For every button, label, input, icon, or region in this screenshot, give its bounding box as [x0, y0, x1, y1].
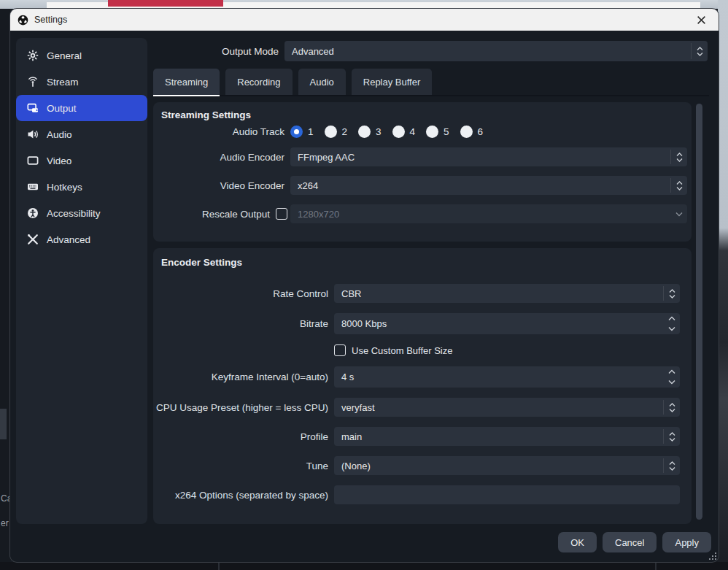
output-mode-label: Output Mode	[153, 46, 279, 57]
rate-control-label: Rate Control	[153, 288, 328, 299]
custom-buffer-checkbox[interactable]	[334, 344, 346, 356]
keyframe-interval-value: 4 s	[341, 371, 354, 382]
chevron-updown-icon	[663, 400, 680, 415]
tab-audio[interactable]: Audio	[298, 69, 346, 95]
profile-select[interactable]: main	[334, 427, 680, 446]
sidebar-item-label: Advanced	[47, 234, 90, 245]
ok-button[interactable]: OK	[558, 532, 597, 552]
keyframe-interval-spinbox[interactable]: 4 s	[334, 366, 680, 388]
footer-buttons: OK Cancel Apply	[558, 532, 711, 552]
tune-value: (None)	[341, 461, 371, 471]
output-mode-row: Output Mode Advanced	[153, 41, 708, 61]
sidebar-item-advanced[interactable]: Advanced	[16, 226, 147, 253]
cpu-preset-label: CPU Usage Preset (higher = less CPU)	[153, 402, 328, 413]
radio-icon	[325, 126, 337, 138]
radio-label: 6	[478, 126, 484, 137]
radio-icon	[426, 126, 438, 138]
sidebar-item-hotkeys[interactable]: Hotkeys	[16, 174, 147, 200]
rescale-output-select: 1280x720	[290, 204, 687, 223]
audio-track-5-radio[interactable]: 5	[426, 126, 449, 138]
radio-label: 5	[444, 126, 449, 137]
x264-options-input[interactable]	[334, 485, 680, 504]
accessibility-icon	[27, 207, 39, 219]
cpu-preset-value: veryfast	[341, 402, 375, 413]
sidebar-item-label: Video	[47, 155, 71, 166]
tools-icon	[27, 234, 39, 245]
audio-track-2-radio[interactable]: 2	[325, 126, 348, 138]
sidebar-item-label: Accessibility	[47, 208, 101, 219]
rescale-output-value: 1280x720	[298, 209, 339, 220]
radio-label: 2	[342, 126, 348, 137]
background-bottom-strip	[0, 562, 728, 570]
bitrate-spinbox[interactable]: 8000 Kbps	[334, 313, 680, 334]
background-seam	[655, 562, 657, 570]
profile-label: Profile	[153, 431, 328, 442]
tab-streaming[interactable]: Streaming	[153, 69, 220, 95]
resize-grip[interactable]	[709, 552, 716, 560]
audio-track-radios: 1 2 3 4 5 6	[290, 126, 483, 138]
background-seam	[218, 562, 220, 570]
radio-icon	[358, 126, 371, 138]
audio-track-4-radio[interactable]: 4	[392, 126, 416, 138]
sidebar-item-stream[interactable]: Stream	[16, 69, 147, 95]
audio-encoder-value: FFmpeg AAC	[298, 152, 355, 163]
output-tabs: Streaming Recording Audio Replay Buffer	[153, 69, 709, 96]
bitrate-label: Bitrate	[153, 318, 328, 329]
audio-track-row: Audio Track 1 2 3 4 5 6	[153, 126, 692, 138]
rescale-output-row: Rescale Output 1280x720	[153, 204, 692, 223]
chevron-updown-icon	[670, 178, 687, 193]
radio-icon	[460, 126, 473, 138]
audio-track-3-radio[interactable]: 3	[358, 126, 382, 138]
settings-sidebar: General Stream Output Audio Video Hotkey…	[16, 38, 147, 524]
spinner-arrows-icon[interactable]	[663, 366, 680, 388]
radio-checked-icon	[290, 126, 303, 138]
tab-replay-buffer[interactable]: Replay Buffer	[352, 69, 433, 95]
output-icon	[27, 102, 39, 114]
tune-row: Tune (None)	[153, 456, 692, 475]
speaker-icon	[27, 128, 39, 140]
background-thumbnail-edge	[0, 409, 7, 439]
chevron-updown-icon	[663, 458, 680, 473]
sidebar-item-audio[interactable]: Audio	[16, 121, 147, 147]
streaming-settings-panel: Streaming Settings Audio Track 1 2 3 4 5…	[153, 102, 692, 242]
keyframe-interval-row: Keyframe Interval (0=auto) 4 s	[153, 366, 692, 388]
vertical-scrollbar[interactable]	[696, 104, 702, 520]
audio-encoder-select[interactable]: FFmpeg AAC	[290, 147, 687, 166]
profile-value: main	[341, 431, 362, 442]
close-icon[interactable]	[691, 11, 711, 28]
radio-icon	[392, 126, 405, 138]
background-red-bar	[108, 0, 223, 7]
sidebar-item-label: General	[47, 50, 82, 61]
sidebar-item-accessibility[interactable]: Accessibility	[16, 200, 147, 226]
sidebar-item-video[interactable]: Video	[16, 147, 147, 174]
encoder-settings-panel: Encoder Settings Rate Control CBR Bitrat…	[153, 248, 692, 524]
chevron-updown-icon	[663, 429, 680, 444]
titlebar[interactable]: Settings	[10, 9, 719, 31]
x264-options-label: x264 Options (separated by space)	[153, 490, 328, 501]
rate-control-value: CBR	[341, 288, 361, 299]
tune-select[interactable]: (None)	[334, 456, 680, 475]
radio-label: 3	[376, 126, 382, 137]
background-top-strip	[0, 0, 728, 9]
sidebar-item-output[interactable]: Output	[16, 95, 147, 121]
video-encoder-select[interactable]: x264	[290, 176, 687, 195]
spinner-arrows-icon[interactable]	[663, 313, 680, 334]
audio-encoder-row: Audio Encoder FFmpeg AAC	[153, 147, 692, 166]
audio-track-6-radio[interactable]: 6	[460, 126, 484, 138]
background-text-fragment: er	[1, 518, 9, 528]
sidebar-item-general[interactable]: General	[16, 42, 147, 69]
cancel-button[interactable]: Cancel	[603, 532, 657, 552]
audio-track-1-radio[interactable]: 1	[290, 126, 314, 138]
apply-button[interactable]: Apply	[662, 532, 711, 552]
screen: Ca er Settings General	[0, 0, 728, 570]
bitrate-row: Bitrate 8000 Kbps	[153, 313, 692, 334]
rescale-output-checkbox[interactable]	[276, 208, 287, 220]
sidebar-item-label: Hotkeys	[47, 182, 82, 193]
output-mode-select[interactable]: Advanced	[284, 41, 708, 61]
video-encoder-row: Video Encoder x264	[153, 176, 692, 195]
cpu-preset-select[interactable]: veryfast	[334, 398, 680, 417]
chevron-down-icon	[670, 207, 687, 221]
profile-row: Profile main	[153, 427, 692, 446]
tab-recording[interactable]: Recording	[225, 69, 292, 95]
rate-control-select[interactable]: CBR	[334, 284, 680, 303]
